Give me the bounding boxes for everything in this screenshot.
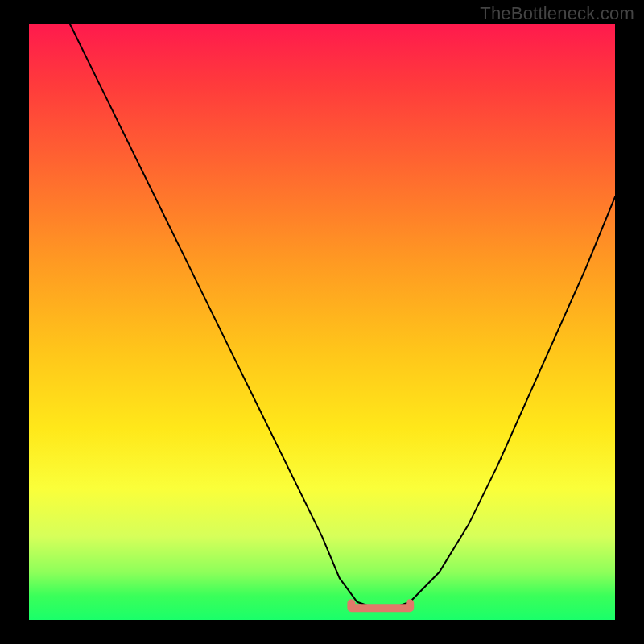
flat-minimum-marker <box>351 603 410 608</box>
bottleneck-curve <box>29 24 615 620</box>
watermark-text: TheBottleneck.com <box>480 3 634 24</box>
plot-area <box>29 24 615 620</box>
chart-frame: TheBottleneck.com <box>0 0 644 644</box>
curve-path <box>70 24 615 608</box>
